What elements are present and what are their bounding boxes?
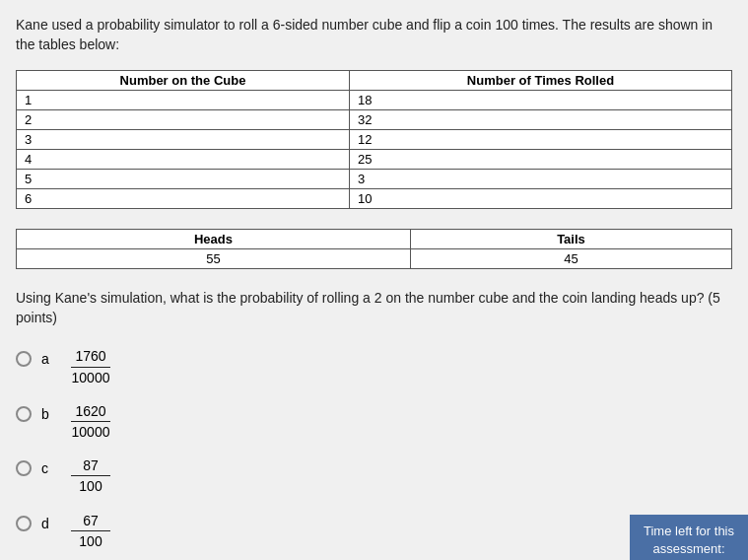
coin-tails-value: 45: [410, 249, 731, 269]
table-row: 425: [17, 150, 732, 170]
options-section: a176010000b162010000c87100d67100: [16, 347, 732, 550]
fraction-numerator: 1760: [71, 347, 110, 367]
option-fraction: 67100: [71, 512, 110, 550]
option-radio[interactable]: [16, 406, 32, 422]
fraction-denominator: 100: [71, 476, 110, 495]
option-radio[interactable]: [16, 351, 32, 367]
time-badge-line1: Time left for this: [644, 524, 734, 538]
cube-number-cell: 5: [17, 170, 350, 189]
option-fraction: 176010000: [71, 347, 110, 385]
option-label: d: [41, 516, 61, 531]
option-label: b: [41, 406, 61, 422]
option-radio[interactable]: [16, 460, 32, 476]
question-text: Using Kane's simulation, what is the pro…: [16, 289, 732, 327]
table-row: 118: [17, 91, 732, 110]
intro-text: Kane used a probability simulator to rol…: [16, 16, 732, 54]
option-row: c87100: [16, 456, 732, 495]
times-rolled-cell: 12: [349, 130, 731, 150]
coin-tails-header: Tails: [410, 230, 731, 249]
table-row: 53: [17, 170, 732, 189]
coin-table: Heads Tails 55 45: [16, 229, 732, 269]
cube-table: Number on the Cube Number of Times Rolle…: [16, 70, 732, 209]
fraction-denominator: 100: [71, 531, 110, 550]
table-row: 232: [17, 110, 732, 130]
option-label: a: [41, 351, 61, 367]
fraction-denominator: 10000: [71, 422, 110, 441]
times-rolled-cell: 10: [349, 189, 731, 209]
times-rolled-cell: 32: [349, 110, 731, 130]
fraction-numerator: 67: [71, 512, 110, 531]
option-row: d67100: [16, 512, 732, 550]
times-rolled-cell: 3: [349, 170, 731, 189]
cube-col2-header: Number of Times Rolled: [349, 71, 731, 91]
cube-col1-header: Number on the Cube: [17, 71, 350, 91]
times-rolled-cell: 18: [349, 91, 731, 110]
option-fraction: 87100: [71, 456, 110, 495]
cube-number-cell: 2: [17, 110, 350, 130]
time-badge: Time left for this assessment:: [630, 515, 748, 561]
table-row: 610: [17, 189, 732, 209]
option-row: a176010000: [16, 347, 732, 385]
fraction-denominator: 10000: [71, 368, 110, 386]
table-row: 312: [17, 130, 732, 150]
tables-section: Number on the Cube Number of Times Rolle…: [16, 70, 732, 269]
cube-number-cell: 4: [17, 150, 350, 170]
cube-number-cell: 6: [17, 189, 350, 209]
time-badge-line2: assessment:: [653, 541, 725, 556]
coin-heads-header: Heads: [17, 230, 411, 249]
option-row: b162010000: [16, 402, 732, 441]
times-rolled-cell: 25: [349, 150, 731, 170]
option-radio[interactable]: [16, 516, 32, 531]
option-label: c: [41, 460, 61, 476]
cube-number-cell: 3: [17, 130, 350, 150]
coin-heads-value: 55: [17, 249, 411, 269]
cube-number-cell: 1: [17, 91, 350, 110]
fraction-numerator: 87: [71, 456, 110, 476]
fraction-numerator: 1620: [71, 402, 110, 422]
option-fraction: 162010000: [71, 402, 110, 441]
